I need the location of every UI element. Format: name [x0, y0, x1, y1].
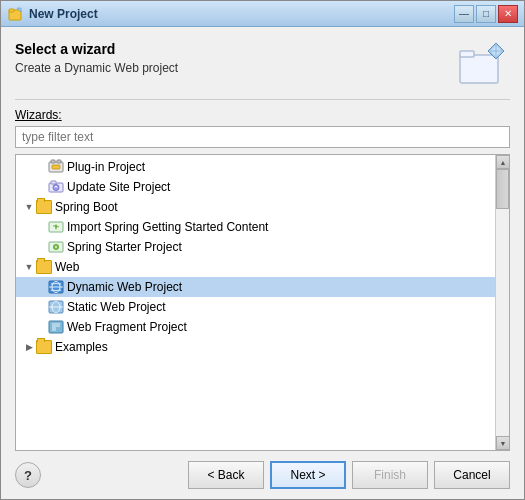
item-label: Plug-in Project [67, 160, 145, 174]
dynamic-web-project-item[interactable]: Dynamic Web Project [16, 277, 495, 297]
toggle-icon [34, 280, 48, 294]
plugin-icon [48, 159, 64, 175]
svg-rect-4 [460, 51, 474, 57]
toggle-icon [34, 160, 48, 174]
static-web-icon [48, 299, 64, 315]
item-label: Update Site Project [67, 180, 170, 194]
item-label: Examples [55, 340, 108, 354]
action-buttons: < Back Next > Finish Cancel [188, 461, 510, 489]
toggle-icon [34, 300, 48, 314]
list-item[interactable]: Plug-in Project [16, 157, 495, 177]
wizards-label: Wizards: [15, 108, 510, 122]
item-label: Import Spring Getting Started Content [67, 220, 268, 234]
title-bar: New Project — □ ✕ [1, 1, 524, 27]
web-fragment-icon [48, 319, 64, 335]
svg-rect-12 [52, 165, 60, 169]
scrollbar-track[interactable] [496, 169, 509, 436]
list-item[interactable]: Update Site Project [16, 177, 495, 197]
scrollbar-thumb[interactable] [496, 169, 509, 209]
list-item[interactable]: Spring Starter Project [16, 237, 495, 257]
svg-rect-14 [51, 181, 56, 184]
folder-icon [36, 199, 52, 215]
header-title: Select a wizard [15, 41, 458, 57]
tree-content[interactable]: Plug-in Project Update Site Pro [16, 155, 495, 450]
finish-button[interactable]: Finish [352, 461, 428, 489]
update-site-icon [48, 179, 64, 195]
maximize-button[interactable]: □ [476, 5, 496, 23]
new-project-dialog: New Project — □ ✕ Select a wizard Create… [0, 0, 525, 500]
header-section: Select a wizard Create a Dynamic Web pro… [15, 41, 510, 89]
toggle-icon [34, 320, 48, 334]
svg-rect-10 [51, 160, 55, 163]
filter-input[interactable] [15, 126, 510, 148]
list-item[interactable]: Import Spring Getting Started Content [16, 217, 495, 237]
next-button[interactable]: Next > [270, 461, 346, 489]
scroll-up-button[interactable]: ▲ [496, 155, 510, 169]
list-item[interactable]: Web Fragment Project [16, 317, 495, 337]
help-button[interactable]: ? [15, 462, 41, 488]
spring-icon [48, 219, 64, 235]
list-item[interactable]: Static Web Project [16, 297, 495, 317]
web-group[interactable]: ▼ Web [16, 257, 495, 277]
window-icon [7, 6, 23, 22]
expand-icon[interactable]: ▶ [22, 340, 36, 354]
item-label: Static Web Project [67, 300, 165, 314]
item-label: Dynamic Web Project [67, 280, 182, 294]
toggle-icon [34, 180, 48, 194]
item-label: Web Fragment Project [67, 320, 187, 334]
divider [15, 99, 510, 100]
scrollbar[interactable]: ▲ ▼ [495, 155, 509, 450]
toggle-icon [34, 220, 48, 234]
collapse-icon[interactable]: ▼ [22, 260, 36, 274]
examples-group[interactable]: ▶ Examples [16, 337, 495, 357]
folder-icon [36, 339, 52, 355]
back-button[interactable]: < Back [188, 461, 264, 489]
web-project-icon [48, 279, 64, 295]
button-bar: ? < Back Next > Finish Cancel [15, 451, 510, 489]
window-controls: — □ ✕ [454, 5, 518, 23]
cancel-button[interactable]: Cancel [434, 461, 510, 489]
folder-icon [36, 259, 52, 275]
window-title: New Project [29, 7, 454, 21]
collapse-icon[interactable]: ▼ [22, 200, 36, 214]
item-label: Web [55, 260, 79, 274]
toggle-icon [34, 240, 48, 254]
scroll-down-button[interactable]: ▼ [496, 436, 510, 450]
item-label: Spring Boot [55, 200, 118, 214]
close-button[interactable]: ✕ [498, 5, 518, 23]
svg-rect-1 [9, 9, 14, 12]
header-subtitle: Create a Dynamic Web project [15, 61, 458, 75]
minimize-button[interactable]: — [454, 5, 474, 23]
svg-rect-11 [57, 160, 61, 163]
spring-starter-icon [48, 239, 64, 255]
svg-rect-3 [460, 55, 498, 83]
tree-container: Plug-in Project Update Site Pro [15, 154, 510, 451]
dialog-content: Select a wizard Create a Dynamic Web pro… [1, 27, 524, 499]
header-text: Select a wizard Create a Dynamic Web pro… [15, 41, 458, 75]
header-icon [458, 41, 510, 89]
spring-boot-group[interactable]: ▼ Spring Boot [16, 197, 495, 217]
item-label: Spring Starter Project [67, 240, 182, 254]
